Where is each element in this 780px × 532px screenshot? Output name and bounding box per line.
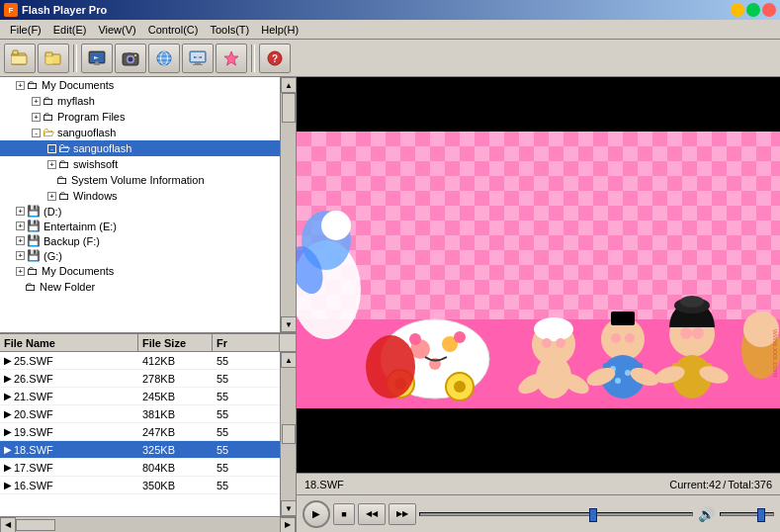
folder-mydocs2-icon: 🗀 <box>27 264 39 278</box>
file-hscroll-thumb[interactable] <box>16 519 55 531</box>
file-row-20swf[interactable]: ▶ 20.SWF 381KB 55 <box>0 405 280 423</box>
expand-d[interactable]: + <box>16 207 25 216</box>
status-current-value: 42 <box>709 479 721 490</box>
tree-scroll-thumb[interactable] <box>282 93 296 123</box>
expand-myflash[interactable]: + <box>32 97 41 106</box>
tree-label-e: Entertainm (E:) <box>43 221 117 232</box>
svg-point-45 <box>454 331 466 343</box>
menu-file[interactable]: File(F) <box>4 22 47 38</box>
tree-label-mydocs2: My Documents <box>42 265 114 277</box>
close-button[interactable] <box>762 3 776 17</box>
file-scroll-up[interactable]: ▲ <box>281 352 296 368</box>
snapshot-button[interactable] <box>115 44 146 73</box>
col-header-fr[interactable]: Fr <box>213 334 280 351</box>
screen-button[interactable] <box>182 44 214 73</box>
menu-edit[interactable]: Edit(E) <box>47 22 93 38</box>
tree-item-windows[interactable]: + 🗀 Windows <box>0 188 280 204</box>
col-header-filesize[interactable]: File Size <box>138 334 213 351</box>
file-row-19swf[interactable]: ▶ 19.SWF 247KB 55 <box>0 423 280 441</box>
file-size-21: 245KB <box>138 391 213 402</box>
fav-button[interactable] <box>216 44 247 73</box>
expand-swishsoft[interactable]: + <box>47 160 56 169</box>
stop-button[interactable]: ■ <box>333 503 355 525</box>
progress-slider-container[interactable] <box>419 505 693 523</box>
volume-slider-container[interactable] <box>720 505 774 523</box>
menu-tools[interactable]: Tools(T) <box>204 22 255 38</box>
progress-thumb[interactable] <box>589 508 597 522</box>
prev-button[interactable]: ◀◀ <box>358 503 386 525</box>
folder-swishsoft-icon: 🗀 <box>58 157 70 171</box>
expand-f[interactable]: + <box>16 236 25 245</box>
expand-g[interactable]: + <box>16 251 25 260</box>
status-filename: 18.SWF <box>304 479 344 490</box>
file-row-18swf[interactable]: ▶ 18.SWF 325KB 55 <box>0 441 280 459</box>
file-hscroll-right[interactable]: ▶ <box>280 517 296 533</box>
file-hscroll-track[interactable] <box>16 518 280 532</box>
file-row-17swf[interactable]: ▶ 17.SWF 804KB 55 <box>0 459 280 477</box>
file-row-26swf[interactable]: ▶ 26.SWF 278KB 55 <box>0 370 280 388</box>
menu-control[interactable]: Control(C) <box>142 22 205 38</box>
svg-rect-59 <box>611 311 635 325</box>
expand-progfiles[interactable]: + <box>32 113 41 122</box>
next-button[interactable]: ▶▶ <box>389 503 416 525</box>
tree-item-sanguoflash[interactable]: - 🗁 sanguoflash <box>0 125 280 140</box>
tree-item-myflash[interactable]: + 🗀 myflash <box>0 93 280 109</box>
maximize-button[interactable] <box>746 3 760 17</box>
svg-rect-3 <box>11 55 27 64</box>
file-scroll-down[interactable]: ▼ <box>281 500 296 516</box>
tree-item-g[interactable]: + 💾 (G:) <box>0 248 280 263</box>
expand-sanguoflash[interactable]: - <box>32 129 41 137</box>
tree-item-sysvolinfo[interactable]: 🗀 System Volume Information <box>0 172 280 188</box>
media-button[interactable] <box>81 44 113 73</box>
open-button[interactable] <box>4 44 36 73</box>
col-header-filename[interactable]: File Name <box>0 334 138 351</box>
tree-scroll-track[interactable] <box>281 93 296 316</box>
expand-mydocs2[interactable]: + <box>16 267 25 276</box>
menu-view[interactable]: View(V) <box>92 22 141 38</box>
file-name-18: 18.SWF <box>14 444 53 456</box>
drive-e-icon: 💾 <box>27 220 41 232</box>
file-scroll-track[interactable] <box>281 368 296 500</box>
expand-sanguoflash-sub[interactable]: - <box>47 144 56 153</box>
tree-item-d[interactable]: + 💾 (D:) <box>0 204 280 219</box>
tree-item-mydocs[interactable]: + 🗀 My Documents <box>0 77 280 93</box>
expand-windows[interactable]: + <box>47 192 56 201</box>
tree-item-f[interactable]: + 💾 Backup (F:) <box>0 233 280 248</box>
file-row-16swf[interactable]: ▶ 16.SWF 350KB 55 <box>0 477 280 494</box>
tree-item-newfolder[interactable]: 🗀 New Folder <box>0 279 280 295</box>
tree-scroll-down[interactable]: ▼ <box>281 316 297 332</box>
file-hscroll-left[interactable]: ◀ <box>0 517 16 533</box>
tree-scroll-up[interactable]: ▲ <box>281 77 297 93</box>
tree-item-mydocs2[interactable]: + 🗀 My Documents <box>0 263 280 279</box>
title-bar: F Flash Player Pro <box>0 0 780 20</box>
volume-thumb[interactable] <box>757 508 765 522</box>
tree-item-e[interactable]: + 💾 Entertainm (E:) <box>0 219 280 233</box>
file-row-25swf[interactable]: ▶ 25.SWF 412KB 55 <box>0 352 280 370</box>
expand-mydocs[interactable]: + <box>16 81 25 90</box>
progress-track[interactable] <box>419 512 693 516</box>
file-row-21swf[interactable]: ▶ 21.SWF 245KB 55 <box>0 388 280 405</box>
folder-button[interactable] <box>38 44 69 73</box>
file-fr-18: 55 <box>213 444 280 456</box>
col-header-scroll-space <box>280 334 296 351</box>
file-name-19: 19.SWF <box>14 426 53 438</box>
web-button[interactable] <box>148 44 180 73</box>
tree-item-swishsoft[interactable]: + 🗀 swishsoft <box>0 156 280 172</box>
help-button[interactable]: ? <box>259 44 291 73</box>
file-scrollbar: ▲ ▼ <box>280 352 296 516</box>
menu-bar: File(F) Edit(E) View(V) Control(C) Tools… <box>0 20 780 40</box>
file-scroll-thumb[interactable] <box>282 424 296 444</box>
volume-icon[interactable]: 🔊 <box>698 506 715 522</box>
svg-point-53 <box>542 338 552 348</box>
svg-rect-9 <box>94 64 100 65</box>
expand-e[interactable]: + <box>16 222 25 230</box>
folder-progfiles-icon: 🗀 <box>43 110 54 124</box>
play-button[interactable]: ▶ <box>303 500 330 528</box>
tree-item-progfiles[interactable]: + 🗀 Program Files <box>0 109 280 125</box>
minimize-button[interactable] <box>731 3 744 17</box>
tree-item-sanguoflash-sub[interactable]: - 🗁 sanguoflash <box>0 140 280 156</box>
folder-windows-icon: 🗀 <box>58 189 70 203</box>
menu-help[interactable]: Help(H) <box>255 22 304 38</box>
tree-label-sysvolinfo: System Volume Information <box>71 174 205 186</box>
volume-track[interactable] <box>720 512 774 516</box>
